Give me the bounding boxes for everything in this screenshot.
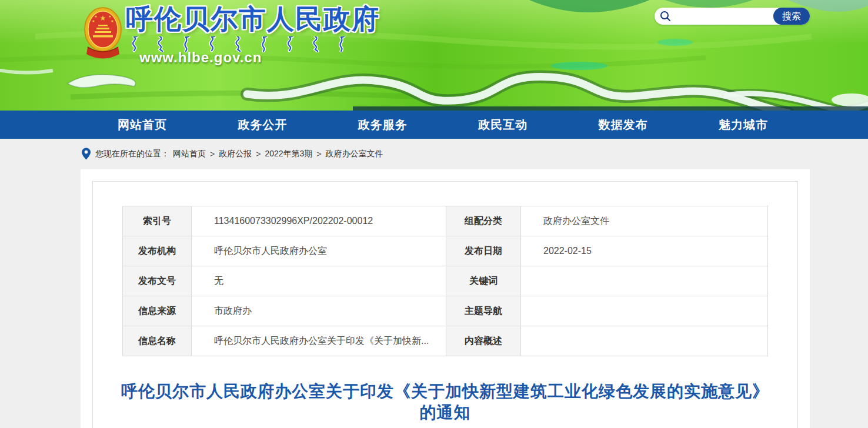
meta-label-index-no: 索引号 bbox=[123, 206, 192, 236]
meta-value-doc-no: 无 bbox=[192, 266, 446, 296]
breadcrumb-separator: > bbox=[210, 149, 215, 159]
document-meta-table: 索引号 1134160073302996XP/202202-00012 组配分类… bbox=[122, 206, 768, 356]
breadcrumb-item-category[interactable]: 政府办公室文件 bbox=[326, 149, 383, 159]
meta-label-category: 组配分类 bbox=[446, 206, 521, 236]
meta-value-issuer: 呼伦贝尔市人民政府办公室 bbox=[192, 236, 446, 266]
nav-item-interaction[interactable]: 政民互动 bbox=[478, 111, 528, 139]
search-icon bbox=[660, 11, 671, 22]
breadcrumb-separator: > bbox=[256, 149, 261, 159]
meta-value-category: 政府办公室文件 bbox=[521, 206, 768, 236]
svg-text:★: ★ bbox=[94, 15, 97, 18]
svg-text:★: ★ bbox=[92, 19, 95, 23]
breadcrumb: 您现在所在的位置： 网站首页 > 政府公报 > 2022年第3期 > 政府办公室… bbox=[82, 148, 383, 160]
meta-value-index-no: 1134160073302996XP/202202-00012 bbox=[192, 206, 446, 236]
search-bar[interactable]: 搜索 bbox=[655, 8, 810, 25]
meta-label-info-name: 信息名称 bbox=[123, 326, 192, 356]
meta-label-topic-nav: 主题导航 bbox=[446, 296, 521, 326]
meta-label-summary: 内容概述 bbox=[446, 326, 521, 356]
meta-value-topic-nav bbox=[521, 296, 768, 326]
site-banner: ★ ★ ★ ★ ★ 呼伦贝尔市人民政府 bbox=[0, 0, 868, 111]
nav-item-gov-info[interactable]: 政务公开 bbox=[238, 111, 287, 139]
main-navigation: 网站首页 政务公开 政务服务 政民互动 数据发布 魅力城市 bbox=[0, 111, 868, 139]
meta-value-info-name: 呼伦贝尔市人民政府办公室关于印发《关于加快新... bbox=[192, 326, 446, 356]
table-row: 信息名称 呼伦贝尔市人民政府办公室关于印发《关于加快新... 内容概述 bbox=[123, 326, 768, 356]
location-pin-icon bbox=[82, 148, 91, 160]
table-row: 索引号 1134160073302996XP/202202-00012 组配分类… bbox=[123, 206, 768, 236]
meta-label-pub-date: 发布日期 bbox=[446, 236, 521, 266]
nav-item-home[interactable]: 网站首页 bbox=[118, 111, 167, 139]
breadcrumb-item-home[interactable]: 网站首页 bbox=[173, 149, 206, 159]
nav-item-city[interactable]: 魅力城市 bbox=[719, 111, 768, 139]
national-emblem-icon: ★ ★ ★ ★ ★ bbox=[84, 5, 122, 63]
breadcrumb-item-gazette[interactable]: 政府公报 bbox=[219, 149, 252, 159]
content-panel: 索引号 1134160073302996XP/202202-00012 组配分类… bbox=[81, 169, 810, 428]
meta-value-keywords bbox=[521, 266, 768, 296]
nav-item-gov-service[interactable]: 政务服务 bbox=[358, 111, 408, 139]
meta-label-issuer: 发布机构 bbox=[123, 236, 192, 266]
table-row: 发布机构 呼伦贝尔市人民政府办公室 发布日期 2022-02-15 bbox=[123, 236, 768, 266]
meta-label-doc-no: 发布文号 bbox=[123, 266, 192, 296]
document-box: 索引号 1134160073302996XP/202202-00012 组配分类… bbox=[92, 181, 798, 428]
meta-label-source: 信息来源 bbox=[123, 296, 192, 326]
meta-label-keywords: 关键词 bbox=[446, 266, 521, 296]
meta-value-pub-date: 2022-02-15 bbox=[521, 236, 768, 266]
meta-value-summary bbox=[521, 326, 768, 356]
breadcrumb-item-issue[interactable]: 2022年第3期 bbox=[265, 149, 312, 159]
breadcrumb-prefix: 您现在所在的位置： bbox=[95, 149, 169, 159]
search-input[interactable] bbox=[671, 9, 773, 24]
svg-text:★: ★ bbox=[100, 14, 106, 22]
table-row: 发布文号 无 关键词 bbox=[123, 266, 768, 296]
meta-value-source: 市政府办 bbox=[192, 296, 446, 326]
table-row: 信息来源 市政府办 主题导航 bbox=[123, 296, 768, 326]
site-url: www.hlbe.gov.cn bbox=[139, 49, 262, 66]
nav-item-data[interactable]: 数据发布 bbox=[599, 111, 648, 139]
svg-text:★: ★ bbox=[111, 19, 113, 23]
breadcrumb-separator: > bbox=[316, 149, 321, 159]
site-title[interactable]: 呼伦贝尔市人民政府 bbox=[126, 1, 380, 38]
svg-text:★: ★ bbox=[108, 15, 111, 18]
article-title: 呼伦贝尔市人民政府办公室关于印发《关于加快新型建筑工业化绿色发展的实施意见》的通… bbox=[121, 381, 770, 423]
search-button[interactable]: 搜索 bbox=[773, 8, 810, 25]
